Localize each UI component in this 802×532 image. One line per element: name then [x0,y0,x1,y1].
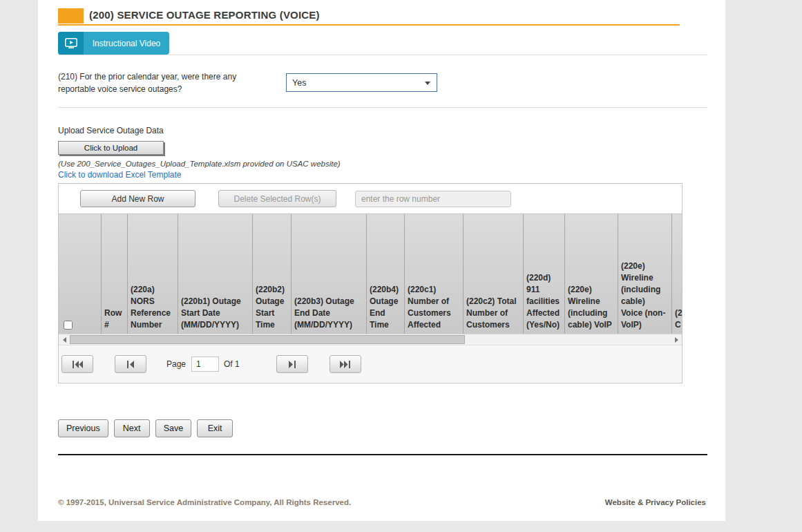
orange-accent-block [58,8,84,23]
video-row: Instructional Video [58,32,707,55]
next-button[interactable]: Next [114,419,150,437]
scrollbar-left-arrow[interactable] [59,334,70,345]
scrollbar-thumb[interactable] [70,335,465,344]
column-header-checkbox [59,214,102,334]
select-all-checkbox[interactable] [64,321,73,330]
outage-question-select[interactable]: Yes [286,73,437,92]
question-row: (210) For the prior calendar year, were … [58,70,707,108]
instructional-video-button[interactable]: Instructional Video [58,32,169,55]
of-label: Of 1 [224,359,240,369]
next-page-icon [288,361,296,368]
first-page-icon [73,361,83,368]
next-page-button[interactable] [276,355,308,373]
exit-button[interactable]: Exit [197,419,233,437]
page-title: (200) SERVICE OUTAGE REPORTING (VOICE) [89,7,320,24]
copyright-text: © 1997-2015, Universal Service Administr… [58,498,351,506]
prev-page-button[interactable] [115,355,146,373]
page: (200) SERVICE OUTAGE REPORTING (VOICE) I… [38,0,725,521]
first-page-button[interactable] [61,355,93,373]
instructional-video-label: Instructional Video [84,32,169,55]
page-input[interactable] [191,357,219,372]
column-header-total-customers: (220c2) Total Number of Customers [464,214,524,334]
column-header-clipped: (2 C [672,214,682,334]
upload-section-label: Upload Service Outage Data [58,126,707,135]
page-header: (200) SERVICE OUTAGE REPORTING (VOICE) [58,7,680,26]
add-new-row-button[interactable]: Add New Row [80,190,195,207]
content: (200) SERVICE OUTAGE REPORTING (VOICE) I… [38,0,725,506]
grid-header: Row # (220a) NORS Reference Number (220b… [59,213,682,334]
select-value: Yes [292,78,306,88]
pager: Page Of 1 [59,345,682,383]
template-note: (Use 200_Service_Outages_Upload_Template… [58,160,707,168]
page-label: Page [166,359,186,369]
question-210-label: (210) For the prior calendar year, were … [58,70,257,95]
video-icon [58,32,84,55]
download-template-link[interactable]: Click to download Excel Template [58,170,182,180]
column-header-outage-end-time: (220b4) Outage End Time [367,214,405,334]
horizontal-scrollbar[interactable] [59,334,682,345]
save-button[interactable]: Save [155,419,192,437]
chevron-down-icon [425,82,430,85]
column-header-customers-affected: (220c1) Number of Customers Affected [405,214,464,334]
column-header-nors-reference: (220a) NORS Reference Number [128,214,178,334]
column-header-outage-start-time: (220b2) Outage Start Time [253,214,292,334]
privacy-policies-link[interactable]: Website & Privacy Policies [605,498,706,506]
footer: © 1997-2015, Universal Service Administr… [58,498,706,506]
row-number-input[interactable] [355,191,511,207]
column-header-outage-end-date: (220b3) Outage End Date (MM/DD/YYYY) [292,214,367,334]
scroll-right-icon [675,337,678,343]
footer-divider [58,454,707,455]
delete-selected-rows-button[interactable]: Delete Selected Row(s) [218,190,336,207]
nav-buttons: Previous Next Save Exit [58,419,707,437]
click-to-upload-button[interactable]: Click to Upload [58,141,164,155]
prev-page-icon [127,361,135,368]
last-page-button[interactable] [330,355,361,373]
column-header-911-facilities: (220d) 911 facilities Affected (Yes/No) [524,214,565,334]
column-header-row-number: Row # [102,214,128,334]
outage-grid: Add New Row Delete Selected Row(s) Row #… [58,183,682,383]
column-header-wireline-voice-nonvoip: (220e) Wireline (including cable) Voice … [618,214,672,334]
scroll-left-icon [63,337,66,343]
grid-toolbar: Add New Row Delete Selected Row(s) [59,184,682,213]
column-header-wireline-voip: (220e) Wireline (including cable) VoIP [565,214,618,334]
previous-button[interactable]: Previous [58,419,108,437]
last-page-icon [340,361,350,368]
column-header-outage-start-date: (220b1) Outage Start Date (MM/DD/YYYY) [178,214,253,334]
scrollbar-right-arrow[interactable] [671,334,682,345]
